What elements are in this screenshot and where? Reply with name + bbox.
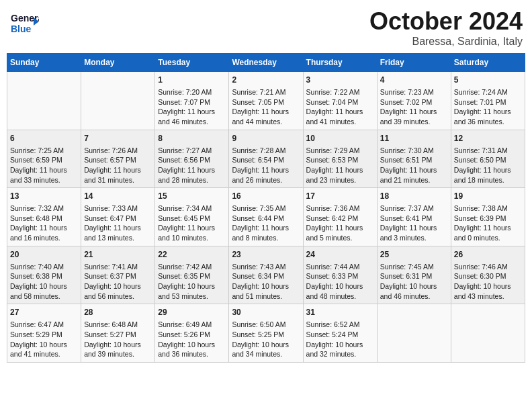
daylight-text: Daylight: 11 hours and 21 minutes. <box>380 165 448 185</box>
sunrise-text: Sunrise: 7:41 AM <box>84 262 152 272</box>
sunrise-text: Sunrise: 7:25 AM <box>10 146 78 156</box>
sunset-text: Sunset: 6:50 PM <box>454 155 522 165</box>
day-of-week-header: Saturday <box>451 54 525 72</box>
sunrise-text: Sunrise: 7:37 AM <box>380 203 448 214</box>
calendar-cell: 29Sunrise: 6:49 AMSunset: 5:26 PMDayligh… <box>155 304 229 363</box>
calendar-cell: 25Sunrise: 7:45 AMSunset: 6:31 PMDayligh… <box>377 246 451 304</box>
sunset-text: Sunset: 5:27 PM <box>84 330 152 340</box>
daylight-text: Daylight: 11 hours and 46 minutes. <box>158 107 226 126</box>
day-number: 5 <box>454 75 522 86</box>
sunrise-text: Sunrise: 7:32 AM <box>10 203 78 214</box>
day-number: 27 <box>10 307 78 318</box>
sunset-text: Sunset: 7:01 PM <box>454 97 522 107</box>
calendar-cell <box>7 72 81 130</box>
daylight-text: Daylight: 10 hours and 39 minutes. <box>84 340 152 359</box>
day-number: 7 <box>84 133 152 144</box>
sunrise-text: Sunrise: 7:40 AM <box>10 262 78 272</box>
day-number: 29 <box>158 307 226 318</box>
calendar-cell: 19Sunrise: 7:38 AMSunset: 6:39 PMDayligh… <box>451 188 525 246</box>
sunrise-text: Sunrise: 7:42 AM <box>158 262 226 272</box>
sunrise-text: Sunrise: 7:31 AM <box>454 146 522 156</box>
day-of-week-header: Friday <box>377 54 451 72</box>
sunrise-text: Sunrise: 6:48 AM <box>84 320 152 330</box>
sunset-text: Sunset: 6:34 PM <box>232 271 300 281</box>
location: Baressa, Sardinia, Italy <box>369 36 523 48</box>
calendar-cell: 16Sunrise: 7:35 AMSunset: 6:44 PMDayligh… <box>229 188 303 246</box>
calendar-cell: 4Sunrise: 7:23 AMSunset: 7:02 PMDaylight… <box>377 72 451 130</box>
daylight-text: Daylight: 11 hours and 36 minutes. <box>454 107 522 126</box>
calendar-cell: 9Sunrise: 7:28 AMSunset: 6:54 PMDaylight… <box>229 130 303 188</box>
day-number: 11 <box>380 133 448 144</box>
day-number: 3 <box>306 75 374 86</box>
daylight-text: Daylight: 10 hours and 43 minutes. <box>454 281 522 301</box>
sunset-text: Sunset: 7:02 PM <box>380 97 448 107</box>
sunrise-text: Sunrise: 7:43 AM <box>232 262 300 272</box>
day-number: 17 <box>306 191 374 202</box>
sunrise-text: Sunrise: 7:36 AM <box>306 203 374 214</box>
sunrise-text: Sunrise: 7:27 AM <box>158 146 226 156</box>
sunrise-text: Sunrise: 7:46 AM <box>454 262 522 272</box>
sunset-text: Sunset: 6:37 PM <box>84 271 152 281</box>
sunset-text: Sunset: 6:51 PM <box>380 155 448 165</box>
sunrise-text: Sunrise: 7:26 AM <box>84 146 152 156</box>
day-of-week-header: Wednesday <box>229 54 303 72</box>
sunset-text: Sunset: 7:05 PM <box>232 97 300 107</box>
calendar-cell: 18Sunrise: 7:37 AMSunset: 6:41 PMDayligh… <box>377 188 451 246</box>
day-number: 15 <box>158 191 226 202</box>
calendar-cell: 20Sunrise: 7:40 AMSunset: 6:38 PMDayligh… <box>7 246 81 304</box>
daylight-text: Daylight: 11 hours and 10 minutes. <box>158 223 226 242</box>
sunset-text: Sunset: 6:33 PM <box>306 271 374 281</box>
calendar-cell: 12Sunrise: 7:31 AMSunset: 6:50 PMDayligh… <box>451 130 525 188</box>
day-number: 19 <box>454 191 522 202</box>
sunset-text: Sunset: 6:56 PM <box>158 155 226 165</box>
calendar-cell <box>451 304 525 363</box>
daylight-text: Daylight: 10 hours and 51 minutes. <box>232 281 300 301</box>
calendar-cell: 13Sunrise: 7:32 AMSunset: 6:48 PMDayligh… <box>7 188 81 246</box>
calendar-cell: 2Sunrise: 7:21 AMSunset: 7:05 PMDaylight… <box>229 72 303 130</box>
sunset-text: Sunset: 6:48 PM <box>10 214 78 224</box>
daylight-text: Daylight: 11 hours and 23 minutes. <box>306 165 374 185</box>
daylight-text: Daylight: 10 hours and 36 minutes. <box>158 340 226 359</box>
sunrise-text: Sunrise: 7:22 AM <box>306 87 374 97</box>
daylight-text: Daylight: 11 hours and 3 minutes. <box>380 223 448 242</box>
day-number: 18 <box>380 191 448 202</box>
daylight-text: Daylight: 11 hours and 33 minutes. <box>10 165 78 185</box>
daylight-text: Daylight: 11 hours and 8 minutes. <box>232 223 300 242</box>
sunrise-text: Sunrise: 7:33 AM <box>84 203 152 214</box>
day-of-week-header: Sunday <box>7 54 81 72</box>
daylight-text: Daylight: 11 hours and 18 minutes. <box>454 165 522 185</box>
day-number: 24 <box>306 249 374 261</box>
day-number: 22 <box>158 249 226 261</box>
sunrise-text: Sunrise: 7:38 AM <box>454 203 522 214</box>
sunset-text: Sunset: 6:42 PM <box>306 214 374 224</box>
day-number: 31 <box>306 307 374 318</box>
sunset-text: Sunset: 6:57 PM <box>84 155 152 165</box>
header: General Blue October 2024 Baressa, Sardi… <box>7 7 525 48</box>
daylight-text: Daylight: 10 hours and 56 minutes. <box>84 281 152 301</box>
calendar-cell: 5Sunrise: 7:24 AMSunset: 7:01 PMDaylight… <box>451 72 525 130</box>
daylight-text: Daylight: 11 hours and 39 minutes. <box>380 107 448 126</box>
sunrise-text: Sunrise: 7:28 AM <box>232 146 300 156</box>
day-number: 13 <box>10 191 78 202</box>
sunrise-text: Sunrise: 6:47 AM <box>10 320 78 330</box>
daylight-text: Daylight: 10 hours and 48 minutes. <box>306 281 374 301</box>
day-number: 28 <box>84 307 152 318</box>
calendar-cell: 6Sunrise: 7:25 AMSunset: 6:59 PMDaylight… <box>7 130 81 188</box>
day-of-week-header: Monday <box>81 54 155 72</box>
month-title: October 2024 <box>369 7 523 36</box>
sunset-text: Sunset: 6:59 PM <box>10 155 78 165</box>
daylight-text: Daylight: 11 hours and 28 minutes. <box>158 165 226 185</box>
calendar-cell: 23Sunrise: 7:43 AMSunset: 6:34 PMDayligh… <box>229 246 303 304</box>
sunrise-text: Sunrise: 7:20 AM <box>158 87 226 97</box>
sunset-text: Sunset: 6:35 PM <box>158 271 226 281</box>
calendar-cell: 8Sunrise: 7:27 AMSunset: 6:56 PMDaylight… <box>155 130 229 188</box>
sunset-text: Sunset: 6:47 PM <box>84 214 152 224</box>
day-number: 9 <box>232 133 300 144</box>
daylight-text: Daylight: 10 hours and 32 minutes. <box>306 340 374 359</box>
sunrise-text: Sunrise: 7:21 AM <box>232 87 300 97</box>
sunrise-text: Sunrise: 6:49 AM <box>158 320 226 330</box>
day-of-week-header: Tuesday <box>155 54 229 72</box>
daylight-text: Daylight: 10 hours and 34 minutes. <box>232 340 300 359</box>
calendar-cell: 15Sunrise: 7:34 AMSunset: 6:45 PMDayligh… <box>155 188 229 246</box>
daylight-text: Daylight: 10 hours and 41 minutes. <box>10 340 78 359</box>
